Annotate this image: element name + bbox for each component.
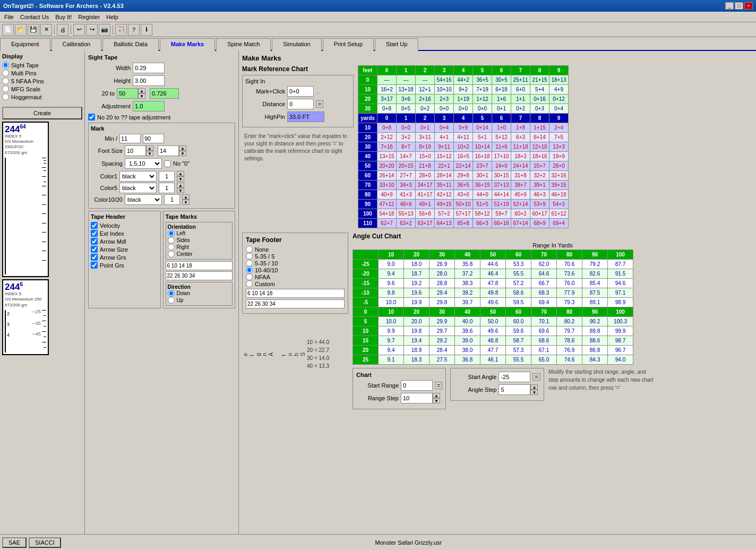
- tab-make-marks[interactable]: Make Marks: [160, 38, 215, 51]
- start-range-eq[interactable]: =: [435, 382, 442, 389]
- menu-register[interactable]: Register: [76, 13, 102, 21]
- font-size-2-input[interactable]: [158, 145, 179, 156]
- camera-btn[interactable]: 📷: [99, 24, 110, 36]
- figure-btn[interactable]: 🏹: [115, 24, 127, 36]
- display-5nfaa[interactable]: 5 NFAA Pins: [2, 78, 82, 84]
- minimize-btn[interactable]: _: [725, 2, 734, 10]
- footer-5-35-5[interactable]: 5-35 / 5: [246, 253, 345, 260]
- footer-none[interactable]: None: [246, 246, 345, 253]
- dir-down[interactable]: Down: [168, 290, 231, 297]
- footer-5-35-10[interactable]: 5-35 / 10: [246, 260, 345, 267]
- arrow-size-check[interactable]: [91, 246, 98, 253]
- orient-right[interactable]: Right: [168, 244, 231, 251]
- start-angle-input[interactable]: [499, 372, 530, 382]
- siacci-button[interactable]: SIACCI: [29, 537, 61, 548]
- range-step-down[interactable]: ▼: [433, 398, 440, 403]
- color1-down[interactable]: ▼: [177, 176, 184, 182]
- font-size-2-up[interactable]: ▲: [179, 145, 186, 151]
- velocity-check[interactable]: [91, 222, 98, 229]
- highpin-input[interactable]: [287, 111, 324, 122]
- orient-center[interactable]: Center: [168, 251, 231, 257]
- min-input[interactable]: [119, 134, 141, 143]
- twenty-to-up[interactable]: ▲: [138, 88, 145, 93]
- height-input[interactable]: [133, 75, 165, 86]
- color1-up[interactable]: ▲: [177, 171, 184, 176]
- color5-down[interactable]: ▼: [177, 188, 184, 193]
- adjustment-input[interactable]: [133, 101, 165, 111]
- color1-select[interactable]: black: [119, 171, 157, 182]
- angle-step-up[interactable]: ▲: [530, 384, 538, 390]
- start-angle-eq[interactable]: =: [532, 373, 540, 381]
- open-btn[interactable]: 📂: [15, 24, 27, 36]
- tab-ballistic[interactable]: Ballistic Data: [102, 38, 159, 51]
- color5-up[interactable]: ▲: [177, 183, 184, 188]
- display-mfg-scale[interactable]: MFG Scale: [2, 85, 82, 92]
- point-grs-check[interactable]: [91, 262, 98, 269]
- font-size-1-input[interactable]: [125, 145, 146, 156]
- spacing-select[interactable]: 1,5,10: [125, 158, 162, 169]
- sae-button[interactable]: SAE: [2, 537, 27, 548]
- font-size-1-up[interactable]: ▲: [146, 145, 153, 151]
- tab-print-setup[interactable]: Print Setup: [323, 38, 374, 51]
- redo-btn[interactable]: ↪: [86, 24, 98, 36]
- distance-input[interactable]: [287, 99, 314, 109]
- dir-up[interactable]: Up: [168, 297, 231, 304]
- twenty-to-result: [150, 88, 179, 99]
- orient-sides[interactable]: Sides: [168, 237, 231, 244]
- help-btn[interactable]: ?: [128, 24, 140, 36]
- close-btn[interactable]: ×: [744, 2, 753, 10]
- color5-num[interactable]: [159, 183, 175, 193]
- arrow-grs-check[interactable]: [91, 254, 98, 261]
- create-button[interactable]: Create: [2, 107, 82, 119]
- distance-eq-btn[interactable]: =: [316, 100, 323, 108]
- tab-spine-match[interactable]: Spine Match: [216, 38, 271, 51]
- menu-buy[interactable]: Buy It!: [53, 13, 74, 21]
- width-input[interactable]: [133, 63, 165, 73]
- display-hoggernaut[interactable]: Hoggernaut: [2, 93, 82, 100]
- max-input[interactable]: [143, 134, 164, 143]
- spacing-label: Spacing: [91, 160, 123, 167]
- angle-step-input[interactable]: [499, 384, 530, 395]
- new-btn[interactable]: 📄: [2, 24, 14, 36]
- color5-select[interactable]: black: [119, 183, 157, 193]
- arrow-size-check-item: Arrow Size: [91, 246, 158, 253]
- tab-calibration[interactable]: Calibration: [51, 38, 102, 51]
- tab-start-up[interactable]: Start Up: [375, 38, 418, 51]
- tab-simulation[interactable]: Simulation: [272, 38, 321, 51]
- info-btn[interactable]: ℹ: [141, 24, 152, 36]
- angle-step-down[interactable]: ▼: [530, 390, 538, 395]
- delete-btn[interactable]: ✕: [40, 24, 52, 36]
- range-step-input[interactable]: [401, 393, 433, 403]
- color10-select[interactable]: black: [125, 194, 162, 205]
- undo-btn[interactable]: ↩: [73, 24, 85, 36]
- no-twenty-check[interactable]: [88, 114, 95, 121]
- menu-help[interactable]: Help: [104, 13, 121, 21]
- maximize-btn[interactable]: □: [735, 2, 743, 10]
- menu-file[interactable]: File: [2, 13, 16, 21]
- footer-custom[interactable]: Custom: [246, 280, 345, 287]
- color10-down[interactable]: ▼: [182, 200, 190, 205]
- font-size-2-down[interactable]: ▼: [179, 151, 186, 156]
- save-btn[interactable]: 💾: [28, 24, 39, 36]
- display-sight-tape[interactable]: Sight Tape: [2, 62, 82, 68]
- arrow-mdl-check[interactable]: [91, 238, 98, 245]
- range-step-up[interactable]: ▲: [433, 393, 440, 398]
- ext-index-check[interactable]: [91, 230, 98, 237]
- font-size-1-down[interactable]: ▼: [146, 151, 153, 156]
- print-btn[interactable]: 🖨: [57, 24, 68, 36]
- color10-num[interactable]: [164, 194, 180, 205]
- footer-nfaa[interactable]: NFAA: [246, 273, 345, 280]
- no-zero-check[interactable]: [164, 160, 171, 167]
- mark-click-input[interactable]: [287, 86, 314, 97]
- twenty-to-down[interactable]: ▼: [138, 93, 145, 99]
- tab-equipment[interactable]: Equipment: [0, 38, 50, 51]
- color1-num[interactable]: [159, 171, 175, 182]
- orient-left[interactable]: Left: [168, 230, 231, 237]
- font-size-label: Font Size: [91, 148, 123, 154]
- menu-contact[interactable]: Contact Us: [18, 13, 51, 21]
- color10-up[interactable]: ▲: [182, 194, 190, 200]
- start-range-input[interactable]: [401, 380, 433, 391]
- footer-10-40-10[interactable]: 10-40/10: [246, 267, 345, 273]
- twenty-to-input[interactable]: [117, 88, 138, 99]
- display-multi-pins[interactable]: Multi Pins: [2, 70, 82, 76]
